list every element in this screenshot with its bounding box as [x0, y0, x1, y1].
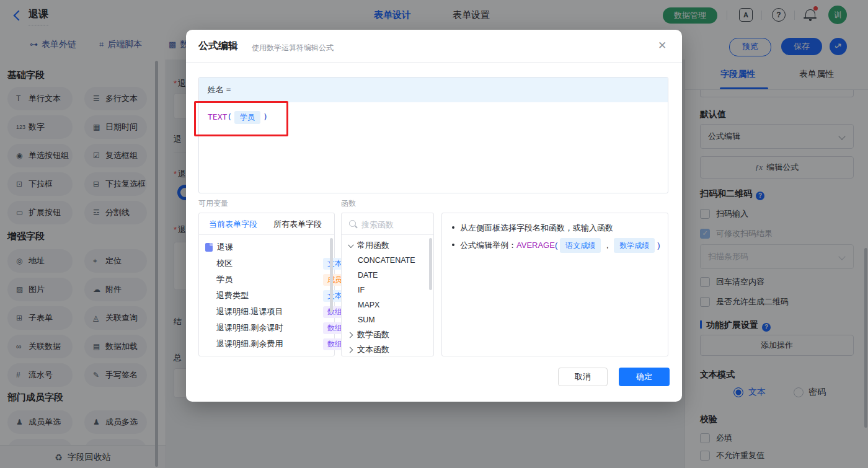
dialog-subtitle: 使用数学运算符编辑公式 — [252, 43, 334, 53]
red-annotation-box — [194, 101, 288, 136]
help-tip: 从左侧面板选择字段名和函数，或输入函数 — [452, 222, 613, 234]
bullet-icon — [452, 226, 454, 229]
chevron-right-icon — [347, 347, 353, 353]
field-chip: 语文成绩 — [560, 238, 601, 253]
close-icon[interactable]: ✕ — [656, 40, 668, 52]
functions-scrollbar[interactable] — [429, 238, 432, 290]
variables-label: 可用变量 — [198, 198, 228, 209]
help-example: 公式编辑举例：AVERAGE(语文成绩，数学成绩) — [452, 238, 660, 253]
bullet-icon — [452, 244, 454, 246]
chevron-right-icon — [347, 332, 353, 338]
variables-tabs: 当前表单字段 所有表单字段 — [199, 213, 334, 235]
function-group-math[interactable]: 数学函数 — [342, 327, 428, 342]
variable-row[interactable]: 退费类型文本 — [199, 288, 347, 304]
variable-form-node[interactable]: 退课 — [199, 239, 335, 255]
variable-row[interactable]: 退课明细.退课项目数组 — [199, 304, 347, 320]
formula-target-bar: 姓名 = — [199, 77, 668, 102]
field-chip: 数学成绩 — [614, 238, 655, 253]
formula-edit-dialog: 公式编辑 使用数学运算符编辑公式 ✕ 姓名 = TEXT(学员) 可用变量 函数… — [186, 30, 682, 402]
variable-row[interactable]: 退课明细.剩余课时数组 — [199, 320, 347, 336]
dialog-header-divider — [186, 62, 682, 63]
variables-scrollbar[interactable] — [330, 238, 333, 312]
function-group-text[interactable]: 文本函数 — [342, 342, 428, 357]
search-icon — [349, 220, 356, 227]
form-file-icon — [205, 243, 213, 252]
variable-row[interactable]: 退课明细.剩余费用数组 — [199, 336, 347, 352]
function-search[interactable] — [342, 213, 433, 235]
tab-all-form-fields[interactable]: 所有表单字段 — [273, 219, 322, 230]
function-item[interactable]: SUM — [342, 312, 445, 327]
confirm-button[interactable]: 确定 — [619, 368, 670, 386]
function-group-common[interactable]: 常用函数 — [342, 238, 428, 253]
function-item[interactable]: MAPX — [342, 298, 445, 312]
variable-row[interactable]: 校区文本 — [199, 255, 347, 272]
chevron-down-icon — [348, 242, 354, 248]
cancel-button[interactable]: 取消 — [558, 368, 608, 386]
variables-panel: 当前表单字段 所有表单字段 退课 校区文本 学员成员 退费类型文本 退课明细.退… — [198, 213, 335, 356]
functions-label: 函数 — [341, 198, 356, 209]
help-panel: 从左侧面板选择字段名和函数，或输入函数 公式编辑举例：AVERAGE(语文成绩，… — [441, 213, 668, 356]
variable-row[interactable]: 学员成员 — [199, 272, 347, 288]
search-input[interactable] — [360, 218, 430, 231]
function-name: AVERAGE — [516, 241, 555, 250]
dialog-title: 公式编辑 — [198, 40, 238, 53]
functions-panel: 常用函数 CONCATENATE DATE IF MAPX SUM 数学函数 文… — [341, 213, 434, 356]
tab-current-form-fields[interactable]: 当前表单字段 — [209, 219, 257, 230]
